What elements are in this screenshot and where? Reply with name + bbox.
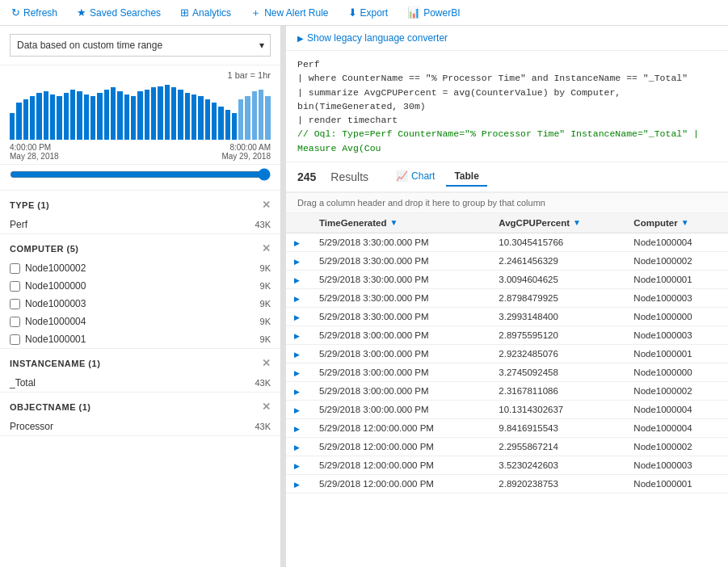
results-count: 245 xyxy=(297,170,316,183)
row-expand-icon[interactable]: ▶ xyxy=(294,295,303,303)
histogram-bar xyxy=(16,103,21,140)
row-expand-icon[interactable]: ▶ xyxy=(294,258,303,266)
col-label-comp: Computer xyxy=(633,218,677,228)
left-panel: Data based on custom time range Last 24 … xyxy=(0,26,281,567)
table-cell-time: 5/29/2018 12:00:00.000 PM xyxy=(311,456,490,474)
filter-item: Node10000019K xyxy=(0,330,280,348)
filter-checkbox[interactable] xyxy=(10,334,20,345)
export-label: Export xyxy=(360,7,389,19)
refresh-button[interactable]: ↻ Refresh xyxy=(8,5,61,20)
data-table-wrapper[interactable]: TimeGenerated▼AvgCPUPercent▼Computer▼ ▶5… xyxy=(286,213,728,567)
filter-checkbox[interactable] xyxy=(10,281,20,292)
powerbi-button[interactable]: 📊 PowerBI xyxy=(404,5,463,20)
filter-item-left: Node1000004 xyxy=(10,316,86,327)
filter-item-count: 43K xyxy=(255,378,271,388)
time-range-select[interactable]: Data based on custom time range Last 24 … xyxy=(10,34,271,57)
table-cell-comp: Node1000004 xyxy=(625,400,728,418)
row-expand-icon[interactable]: ▶ xyxy=(294,369,303,377)
star-icon: ★ xyxy=(77,6,86,19)
table-cell-time: 5/29/2018 3:00:00.000 PM xyxy=(311,344,490,363)
query-box[interactable]: Perf| where CounterName == "% Processor … xyxy=(286,51,728,162)
table-cell-comp: Node1000001 xyxy=(625,344,728,363)
row-expand-icon[interactable]: ▶ xyxy=(294,462,303,470)
row-expand-icon[interactable]: ▶ xyxy=(294,425,303,433)
row-expand-icon[interactable]: ▶ xyxy=(294,276,303,284)
filter-close-type[interactable]: ✕ xyxy=(262,199,271,211)
histogram-bar xyxy=(30,96,35,140)
row-expand-icon[interactable]: ▶ xyxy=(294,406,303,414)
histogram-bar xyxy=(77,91,82,140)
table-cell-comp: Node1000003 xyxy=(625,456,728,474)
drop-hint: Drag a column header and drop it here to… xyxy=(286,193,728,213)
histogram-bar xyxy=(104,90,109,140)
filter-checkbox[interactable] xyxy=(10,263,20,274)
histogram-bar xyxy=(191,94,196,140)
table-row: ▶5/29/2018 3:30:00.000 PM2.8798479925Nod… xyxy=(286,288,728,307)
tab-chart[interactable]: 📈Chart xyxy=(388,167,443,187)
filter-item-count: 9K xyxy=(260,299,271,309)
histogram-bar xyxy=(178,90,183,140)
table-header: TimeGenerated▼AvgCPUPercent▼Computer▼ xyxy=(286,213,728,233)
filter-item-left: _Total xyxy=(10,377,36,388)
refresh-label: Refresh xyxy=(23,7,57,19)
table-cell-time: 5/29/2018 3:30:00.000 PM xyxy=(311,307,490,326)
table-cell-comp: Node1000001 xyxy=(625,270,728,288)
lang-converter-button[interactable]: ▶ Show legacy language converter xyxy=(297,32,448,44)
new-alert-button[interactable]: ＋ New Alert Rule xyxy=(247,4,331,22)
filter-item: Node10000039K xyxy=(0,295,280,313)
table-cell-comp: Node1000000 xyxy=(625,363,728,381)
results-tabs: 📈ChartTable xyxy=(388,167,487,187)
filter-item-left: Perf xyxy=(10,219,27,230)
table-th-comp: Computer▼ xyxy=(625,213,728,233)
table-row: ▶5/29/2018 3:30:00.000 PM3.2993148400Nod… xyxy=(286,307,728,326)
histogram-bar xyxy=(64,93,69,140)
slider-row xyxy=(0,165,280,191)
results-bar: 245 Results 📈ChartTable xyxy=(286,162,728,193)
histogram-bar xyxy=(44,91,48,140)
analytics-button[interactable]: ⊞ Analytics xyxy=(177,5,234,20)
filter-item-label: Node1000002 xyxy=(25,262,86,274)
filter-item: Node10000049K xyxy=(0,313,280,330)
histogram-dates: 4:00:00 PM May 28, 2018 8:00:00 AM May 2… xyxy=(10,143,271,161)
table-cell-avg: 10.3045415766 xyxy=(490,233,625,251)
histogram-bar xyxy=(158,86,162,140)
histogram-bar xyxy=(131,96,136,140)
filter-header-type: TYPE (1)✕ xyxy=(0,191,280,216)
saved-searches-button[interactable]: ★ Saved Searches xyxy=(74,5,164,20)
row-expand-icon[interactable]: ▶ xyxy=(294,443,303,452)
row-expand-icon[interactable]: ▶ xyxy=(294,332,303,340)
histogram-bar xyxy=(198,96,203,140)
col-filter-icon-time[interactable]: ▼ xyxy=(390,218,398,227)
col-filter-icon-avg[interactable]: ▼ xyxy=(573,218,581,227)
histogram-bar xyxy=(117,91,122,140)
table-cell-time: 5/29/2018 3:30:00.000 PM xyxy=(311,270,490,288)
query-line: | summarize AvgCPUPercent = avg(CounterV… xyxy=(297,86,717,114)
time-range-slider[interactable] xyxy=(10,168,271,181)
saved-searches-label: Saved Searches xyxy=(90,7,161,19)
export-button[interactable]: ⬇ Export xyxy=(345,5,392,20)
histogram-bar xyxy=(205,99,210,140)
row-expand-icon[interactable]: ▶ xyxy=(294,481,303,489)
row-expand-icon[interactable]: ▶ xyxy=(294,351,303,359)
filter-close-computer[interactable]: ✕ xyxy=(262,242,271,254)
histogram-bar xyxy=(151,87,156,140)
row-expand-icon[interactable]: ▶ xyxy=(294,313,303,321)
row-expand-icon[interactable]: ▶ xyxy=(294,239,303,247)
results-label: Results xyxy=(330,170,368,183)
table-cell-time: 5/29/2018 3:30:00.000 PM xyxy=(311,288,490,307)
filter-checkbox[interactable] xyxy=(10,299,20,309)
table-cell-time: 5/29/2018 12:00:00.000 PM xyxy=(311,437,490,456)
filter-title-computer: COMPUTER (5) xyxy=(10,244,78,254)
col-label-avg: AvgCPUPercent xyxy=(499,218,570,228)
tab-table[interactable]: Table xyxy=(446,167,486,187)
histogram-bar xyxy=(111,87,116,140)
filter-close-objectname[interactable]: ✕ xyxy=(262,401,271,413)
table-row: ▶5/29/2018 3:00:00.000 PM10.1314302637No… xyxy=(286,400,728,418)
filter-header-computer: COMPUTER (5)✕ xyxy=(0,234,280,259)
histogram-bar xyxy=(50,94,55,140)
col-filter-icon-comp[interactable]: ▼ xyxy=(681,218,689,227)
filter-checkbox[interactable] xyxy=(10,317,20,327)
row-expand-icon[interactable]: ▶ xyxy=(294,388,303,396)
filter-close-instancename[interactable]: ✕ xyxy=(262,357,271,369)
right-panel: ▶ Show legacy language converter Perf| w… xyxy=(286,26,728,567)
